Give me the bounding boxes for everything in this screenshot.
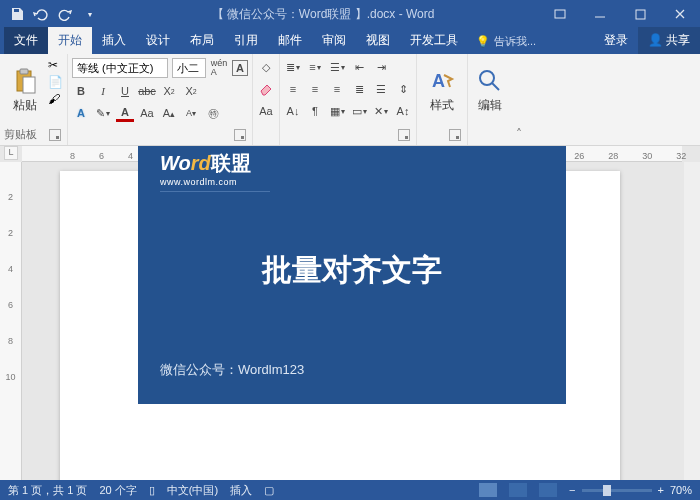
align-center-icon[interactable]: ≡ [306,80,324,98]
editing-button[interactable]: 编辑 [472,56,508,124]
asian-layout-icon[interactable]: ✕▾ [372,102,390,120]
format-painter-icon[interactable]: 🖌 [48,92,63,106]
tab-home[interactable]: 开始 [48,27,92,54]
clear-formatting-icon[interactable]: ◇ [257,58,275,76]
signin[interactable]: 登录 [594,27,638,54]
multilevel-list-icon[interactable]: ☰▾ [328,58,346,76]
phonetic-guide-icon[interactable]: wénA [210,59,228,77]
tab-layout[interactable]: 布局 [180,27,224,54]
vertical-scrollbar[interactable] [684,162,700,480]
brand-part-b: rd [191,152,211,174]
ribbon-display-options-icon[interactable] [540,0,580,28]
styles-button[interactable]: A 样式 [421,56,463,124]
font-color-icon[interactable]: A [116,104,134,122]
svg-point-6 [480,71,494,85]
increase-indent-icon[interactable]: ⇥ [372,58,390,76]
bullets-icon[interactable]: ≣▾ [284,58,302,76]
sort-icon[interactable]: A↓ [284,102,302,120]
cut-icon[interactable]: ✂ [48,58,63,72]
clipboard-label: 剪贴板 [4,127,37,143]
align-left-icon[interactable]: ≡ [284,80,302,98]
maximize-icon[interactable] [620,0,660,28]
group-editing: 编辑 [468,54,512,145]
overlay-subtitle: 微信公众号：Wordlm123 [160,361,544,379]
eraser-icon[interactable] [257,80,275,98]
tell-me[interactable]: 💡 告诉我... [468,29,544,54]
qat-customize-icon[interactable]: ▾ [78,3,100,25]
superscript-icon[interactable]: X2 [182,82,200,100]
decrease-indent-icon[interactable]: ⇤ [350,58,368,76]
tab-file[interactable]: 文件 [4,27,48,54]
numbering-icon[interactable]: ≡▾ [306,58,324,76]
insert-mode[interactable]: 插入 [230,483,252,498]
styles-launcher-icon[interactable] [449,129,461,141]
font-name-select[interactable]: 等线 (中文正文) [72,58,168,78]
tab-view[interactable]: 视图 [356,27,400,54]
group-clipboard: 粘贴 ✂ 📄 🖌 剪贴板 [0,54,68,145]
print-layout-view-icon[interactable] [479,483,497,497]
paste-label: 粘贴 [13,97,37,114]
font-launcher-icon[interactable] [234,129,246,141]
spellcheck-icon[interactable]: ▯ [149,484,155,497]
justify-icon[interactable]: ≣ [350,80,368,98]
editing-label: 编辑 [478,97,502,114]
highlight-icon[interactable]: ✎▾ [94,104,112,122]
share-button[interactable]: 👤 共享 [638,27,700,54]
tab-insert[interactable]: 插入 [92,27,136,54]
grow-font-icon[interactable]: A▴ [160,104,178,122]
vertical-ruler[interactable]: 2246810 [0,162,22,480]
tab-developer[interactable]: 开发工具 [400,27,468,54]
subscript-icon[interactable]: X2 [160,82,178,100]
copy-icon[interactable]: 📄 [48,75,63,89]
macro-record-icon[interactable]: ▢ [264,484,274,497]
text-effects-icon[interactable]: A [72,104,90,122]
undo-icon[interactable] [30,3,52,25]
read-mode-view-icon[interactable] [509,483,527,497]
page-indicator[interactable]: 第 1 页，共 1 页 [8,483,87,498]
tab-references[interactable]: 引用 [224,27,268,54]
tab-design[interactable]: 设计 [136,27,180,54]
line-spacing-icon[interactable]: ⇕ [394,80,412,98]
word-count[interactable]: 20 个字 [99,483,136,498]
bold-icon[interactable]: B [72,82,90,100]
zoom-slider[interactable] [582,489,652,492]
paste-button[interactable]: 粘贴 [4,56,46,124]
language-indicator[interactable]: 中文(中国) [167,483,218,498]
tab-review[interactable]: 审阅 [312,27,356,54]
brand-part-a: Wo [160,152,191,174]
zoom-percent[interactable]: 70% [670,484,692,496]
save-icon[interactable] [6,3,28,25]
minimize-icon[interactable] [580,0,620,28]
strikethrough-icon[interactable]: abc [138,82,156,100]
change-case-icon[interactable]: Aa [257,102,275,120]
tab-mailings[interactable]: 邮件 [268,27,312,54]
collapse-ribbon-icon[interactable]: ˄ [512,54,526,145]
enclose-characters-icon[interactable]: ㊕ [204,104,222,122]
character-border-icon[interactable]: A [232,60,248,76]
align-right-icon[interactable]: ≡ [328,80,346,98]
shrink-font-icon[interactable]: A▾ [182,104,200,122]
distribute-icon[interactable]: ☰ [372,80,390,98]
paragraph-sort-icon[interactable]: A↕ [394,102,412,120]
zoom-in-icon[interactable]: + [658,484,664,496]
tell-me-label: 告诉我... [494,34,536,49]
group-font: 等线 (中文正文) 小二 wénA A B I U abc X2 X2 A ✎▾… [68,54,253,145]
italic-icon[interactable]: I [94,82,112,100]
web-layout-view-icon[interactable] [539,483,557,497]
zoom-out-icon[interactable]: − [569,484,575,496]
character-shading-icon[interactable]: Aa [138,104,156,122]
close-icon[interactable] [660,0,700,28]
shading-icon[interactable]: ▦▾ [328,102,346,120]
underline-icon[interactable]: U [116,82,134,100]
paragraph-launcher-icon[interactable] [398,129,410,141]
borders-icon[interactable]: ▭▾ [350,102,368,120]
styles-label: 样式 [430,97,454,114]
font-size-select[interactable]: 小二 [172,58,206,78]
window-controls [540,0,700,28]
tab-selector-icon[interactable]: L [4,146,18,160]
show-marks-icon[interactable]: ¶ [306,102,324,120]
status-bar: 第 1 页，共 1 页 20 个字 ▯ 中文(中国) 插入 ▢ − + 70% [0,480,700,500]
ribbon: 粘贴 ✂ 📄 🖌 剪贴板 等线 (中文正文) 小二 wénA A B I U a… [0,54,700,146]
clipboard-launcher-icon[interactable] [49,129,61,141]
redo-icon[interactable] [54,3,76,25]
